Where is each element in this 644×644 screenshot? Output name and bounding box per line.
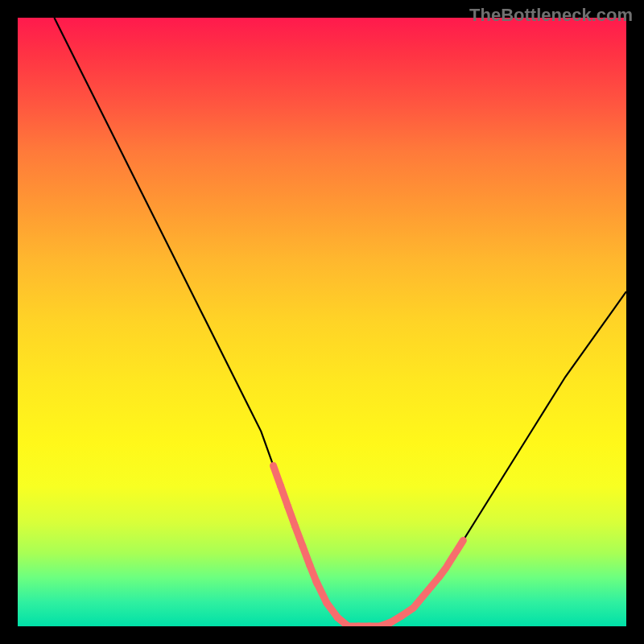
curve-highlight-markers xyxy=(274,465,464,626)
chart-plot-area xyxy=(18,18,626,626)
bottleneck-curve-svg xyxy=(18,18,626,626)
highlight-dash xyxy=(448,554,455,566)
highlight-dash xyxy=(456,540,463,552)
highlight-dash xyxy=(431,579,438,588)
curve-main xyxy=(54,18,626,626)
watermark-text: TheBottleneck.com xyxy=(469,5,633,26)
highlight-dash xyxy=(439,568,446,577)
